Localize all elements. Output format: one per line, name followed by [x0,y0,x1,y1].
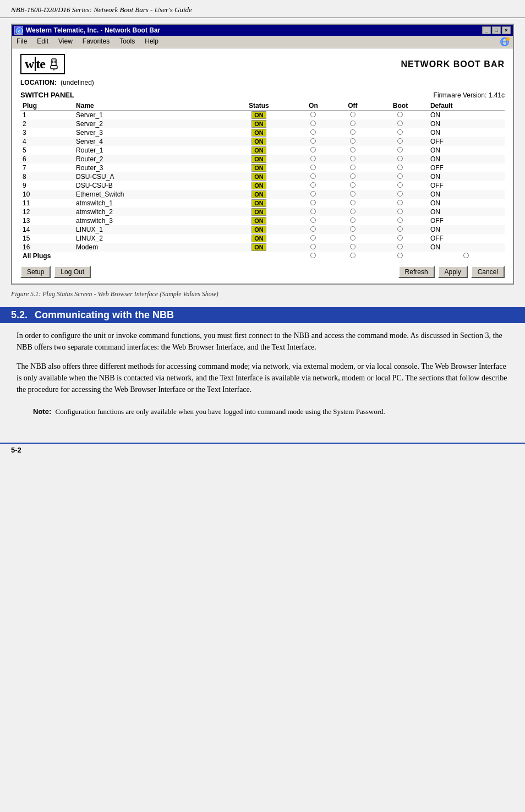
plug-status: ON [224,164,294,172]
plug-radio-boot[interactable] [373,146,428,155]
plug-radio-off[interactable] [333,155,373,164]
page-header-text: NBB-1600-D20/D16 Series: Network Boot Ba… [11,6,192,14]
plug-radio-off[interactable] [333,146,373,155]
all-plugs-radio-boot[interactable] [373,252,428,260]
plug-radio-boot[interactable] [373,172,428,181]
plug-status: ON [224,190,294,199]
plug-radio-boot[interactable] [373,137,428,146]
menu-favorites[interactable]: Favorites [80,37,112,47]
plug-radio-on[interactable] [294,199,332,208]
menu-edit[interactable]: Edit [35,37,51,47]
refresh-button[interactable]: Refresh [398,266,435,278]
plug-radio-off[interactable] [333,199,373,208]
plug-radio-boot[interactable] [373,111,428,120]
close-button[interactable]: × [502,26,511,34]
plug-radio-off[interactable] [333,243,373,252]
plug-radio-on[interactable] [294,208,332,216]
plug-radio-boot[interactable] [373,164,428,172]
plug-name: Router_2 [74,155,223,164]
table-row: 10Ethernet_SwitchONON [20,190,505,199]
apply-button[interactable]: Apply [438,266,468,278]
plug-radio-boot[interactable] [373,199,428,208]
cancel-button[interactable]: Cancel [471,266,505,278]
plug-radio-on[interactable] [294,216,332,225]
plug-default: OFF [428,137,505,146]
logo-text: wte [25,57,45,72]
menu-view[interactable]: View [56,37,75,47]
menu-file[interactable]: File [14,37,29,47]
plug-name: Modem [74,243,223,252]
plug-radio-boot[interactable] [373,234,428,243]
plug-radio-on[interactable] [294,146,332,155]
plug-radio-off[interactable] [333,119,373,128]
window-titlebar: e Western Telematic, Inc. - Network Boot… [12,25,513,36]
plug-radio-off[interactable] [333,164,373,172]
all-plugs-radio-off[interactable] [333,252,373,260]
plug-default: OFF [428,164,505,172]
plug-radio-off[interactable] [333,216,373,225]
location-label: LOCATION: [20,79,57,86]
plug-radio-on[interactable] [294,119,332,128]
table-row: 16ModemONON [20,243,505,252]
switch-panel-label: SWITCH PANEL [20,91,74,99]
plug-radio-on[interactable] [294,225,332,234]
plug-radio-on[interactable] [294,181,332,190]
plug-radio-off[interactable] [333,172,373,181]
all-plugs-radio-default[interactable] [428,252,505,260]
plug-radio-boot[interactable] [373,190,428,199]
plug-radio-on[interactable] [294,243,332,252]
firmware-version: Firmware Version: 1.41c [434,91,505,99]
all-plugs-radio-on[interactable] [294,252,332,260]
plug-status: ON [224,155,294,164]
plug-radio-off[interactable] [333,111,373,120]
plug-radio-boot[interactable] [373,243,428,252]
page-footer: 5-2 [0,443,525,456]
window-controls: _ □ × [482,26,511,34]
log-out-button[interactable]: Log Out [54,266,91,278]
maximize-button[interactable]: □ [492,26,501,34]
plug-radio-boot[interactable] [373,155,428,164]
plug-radio-boot[interactable] [373,225,428,234]
plug-status: ON [224,146,294,155]
plug-name: Server_4 [74,137,223,146]
plug-number: 16 [20,243,74,252]
plug-default: ON [428,155,505,164]
plug-radio-on[interactable] [294,164,332,172]
col-on: On [294,101,332,111]
plug-radio-boot[interactable] [373,128,428,137]
minimize-button[interactable]: _ [482,26,491,34]
plug-number: 3 [20,128,74,137]
plug-default: ON [428,208,505,216]
plug-radio-off[interactable] [333,137,373,146]
plug-radio-on[interactable] [294,172,332,181]
plug-radio-on[interactable] [294,137,332,146]
plug-radio-on[interactable] [294,190,332,199]
plug-radio-boot[interactable] [373,208,428,216]
setup-button[interactable]: Setup [20,266,51,278]
note-content: Configuration functions are only availab… [55,407,385,416]
plug-radio-off[interactable] [333,208,373,216]
plug-radio-off[interactable] [333,225,373,234]
plug-radio-on[interactable] [294,111,332,120]
table-row: 7Router_3ONOFF [20,164,505,172]
plug-default: OFF [428,216,505,225]
plug-radio-on[interactable] [294,128,332,137]
plug-radio-on[interactable] [294,234,332,243]
plug-radio-off[interactable] [333,128,373,137]
ie-logo-icon [499,37,511,47]
body-para-2: The NBB also offers three different meth… [17,361,508,395]
menu-tools[interactable]: Tools [117,37,137,47]
plug-radio-off[interactable] [333,181,373,190]
plug-status: ON [224,243,294,252]
plug-radio-boot[interactable] [373,181,428,190]
plug-radio-off[interactable] [333,234,373,243]
plug-radio-on[interactable] [294,155,332,164]
plug-radio-boot[interactable] [373,119,428,128]
plug-number: 9 [20,181,74,190]
plug-radio-off[interactable] [333,190,373,199]
plug-default: OFF [428,181,505,190]
plug-number: 1 [20,111,74,120]
plug-radio-boot[interactable] [373,216,428,225]
plug-number: 14 [20,225,74,234]
menu-help[interactable]: Help [143,37,161,47]
